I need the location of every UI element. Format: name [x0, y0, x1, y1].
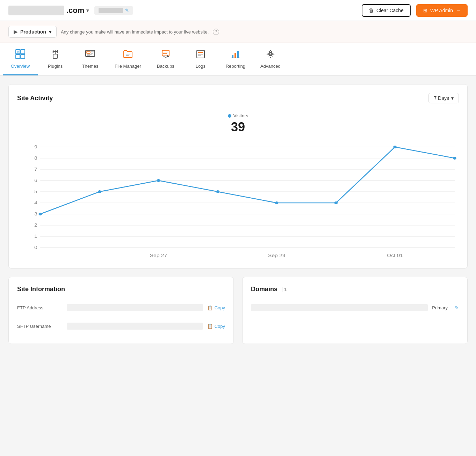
- domains-header: Domains | 1: [251, 286, 459, 293]
- plugins-icon: [50, 49, 61, 61]
- sftp-copy-button[interactable]: 📋 Copy: [207, 324, 225, 329]
- env-label: Production: [20, 29, 46, 35]
- ftp-value: [67, 304, 203, 311]
- tab-themes-label: Themes: [82, 64, 99, 69]
- svg-point-52: [38, 213, 42, 215]
- tab-overview-label: Overview: [11, 64, 30, 69]
- tab-advanced[interactable]: Advanced: [253, 43, 288, 75]
- days-select-label: 7 Days: [434, 95, 449, 101]
- svg-rect-12: [91, 51, 94, 52]
- tab-backups[interactable]: Backups: [148, 43, 183, 75]
- tab-overview[interactable]: Overview: [3, 43, 38, 75]
- tab-file-manager[interactable]: File Manager: [108, 43, 148, 75]
- days-select[interactable]: 7 Days ▾: [428, 93, 459, 103]
- sftp-value: [67, 323, 203, 330]
- tab-themes[interactable]: Themes: [73, 43, 108, 75]
- svg-point-53: [98, 190, 101, 193]
- tab-reporting-label: Reporting: [226, 64, 245, 69]
- days-chevron-icon: ▾: [451, 95, 454, 101]
- help-icon[interactable]: ?: [213, 29, 219, 35]
- svg-text:0: 0: [34, 245, 37, 250]
- svg-text:9: 9: [34, 144, 37, 149]
- svg-point-56: [275, 201, 279, 204]
- svg-point-57: [334, 201, 338, 204]
- nav-tabs: Overview Plugins Themes: [0, 43, 476, 76]
- domain-blurred: [8, 6, 64, 15]
- site-info-title: Site Information: [17, 286, 65, 293]
- advanced-icon: [265, 49, 276, 61]
- file-manager-icon: [122, 49, 134, 61]
- site-activity-title: Site Activity: [17, 95, 53, 102]
- svg-point-4: [17, 51, 19, 53]
- legend-label: Visitors: [233, 113, 248, 118]
- svg-text:7: 7: [34, 167, 37, 171]
- site-activity-header: Site Activity 7 Days ▾: [17, 93, 459, 103]
- svg-point-54: [157, 179, 160, 182]
- wp-admin-button[interactable]: ⊞ WP Admin →: [416, 4, 468, 17]
- themes-icon: [85, 49, 96, 61]
- ftp-copy-button[interactable]: 📋 Copy: [207, 305, 225, 310]
- svg-rect-27: [237, 51, 239, 58]
- svg-text:Sep 27: Sep 27: [150, 253, 167, 258]
- domains-title: Domains | 1: [251, 286, 287, 293]
- domain-row: Primary ✎: [251, 299, 459, 317]
- tab-plugins-label: Plugins: [48, 64, 63, 69]
- svg-rect-1: [21, 50, 25, 54]
- visitor-count: 39: [17, 120, 459, 134]
- tab-backups-label: Backups: [157, 64, 174, 69]
- wp-admin-icon: ⊞: [423, 8, 427, 13]
- tab-reporting[interactable]: Reporting: [218, 43, 253, 75]
- svg-text:5: 5: [34, 189, 37, 194]
- svg-rect-13: [91, 53, 93, 54]
- env-badge-value: [99, 8, 123, 13]
- ftp-copy-label: Copy: [215, 305, 225, 310]
- svg-rect-18: [162, 50, 169, 56]
- clear-cache-label: Clear Cache: [376, 8, 404, 13]
- svg-rect-26: [235, 53, 236, 58]
- env-select[interactable]: ▶ Production ▾: [8, 26, 57, 38]
- svg-text:8: 8: [34, 155, 37, 160]
- domain-suffix: .com: [66, 6, 84, 15]
- env-bar-description: Any change you make will have an immedia…: [61, 29, 209, 35]
- site-info-header: Site Information: [17, 286, 225, 293]
- env-chevron-icon: ▾: [49, 29, 51, 35]
- sftp-label: SFTP Username: [17, 324, 63, 329]
- chart-legend: Visitors: [17, 113, 459, 118]
- svg-text:4: 4: [34, 200, 37, 205]
- domain-display: .com ▾: [8, 6, 89, 15]
- overview-icon: [15, 49, 26, 61]
- svg-text:2: 2: [34, 222, 37, 227]
- svg-point-58: [393, 146, 397, 148]
- play-icon: ▶: [14, 29, 17, 35]
- tab-advanced-label: Advanced: [260, 64, 281, 69]
- copy-icon-2: 📋: [207, 324, 213, 329]
- logs-icon: [195, 49, 206, 61]
- visitors-chart: 9 8 7 6 5 4 3 2 1 0: [17, 140, 459, 259]
- tab-plugins[interactable]: Plugins: [38, 43, 73, 75]
- domains-card: Domains | 1 Primary ✎: [242, 277, 468, 344]
- tab-logs[interactable]: Logs: [183, 43, 218, 75]
- env-bar: ▶ Production ▾ Any change you make will …: [0, 21, 476, 43]
- env-badge[interactable]: ✎: [94, 6, 133, 15]
- main-content: Site Activity 7 Days ▾ Visitors 39: [0, 76, 476, 361]
- svg-point-55: [216, 190, 219, 193]
- legend-dot: [228, 114, 231, 118]
- site-activity-card: Site Activity 7 Days ▾ Visitors 39: [8, 84, 468, 269]
- domain-edit-icon[interactable]: ✎: [455, 305, 459, 310]
- domains-count: | 1: [281, 287, 287, 292]
- clear-cache-button[interactable]: 🗑 Clear Cache: [362, 4, 411, 17]
- domain-chevron-icon[interactable]: ▾: [86, 8, 89, 13]
- ftp-label: FTP Address: [17, 305, 63, 310]
- svg-text:Sep 29: Sep 29: [268, 253, 286, 258]
- wp-admin-label: WP Admin: [430, 8, 453, 13]
- sftp-username-row: SFTP Username 📋 Copy: [17, 317, 225, 335]
- svg-rect-3: [21, 54, 25, 59]
- domain-primary-badge: Primary: [432, 305, 448, 310]
- svg-text:Oct 01: Oct 01: [387, 253, 403, 258]
- chart-container: Visitors 39 9: [17, 109, 459, 260]
- domain-name-value: [251, 304, 428, 311]
- arrow-right-icon: →: [456, 8, 461, 13]
- env-badge-edit-icon[interactable]: ✎: [125, 8, 129, 13]
- chart-area: 9 8 7 6 5 4 3 2 1 0: [17, 140, 459, 260]
- ftp-address-row: FTP Address 📋 Copy: [17, 299, 225, 317]
